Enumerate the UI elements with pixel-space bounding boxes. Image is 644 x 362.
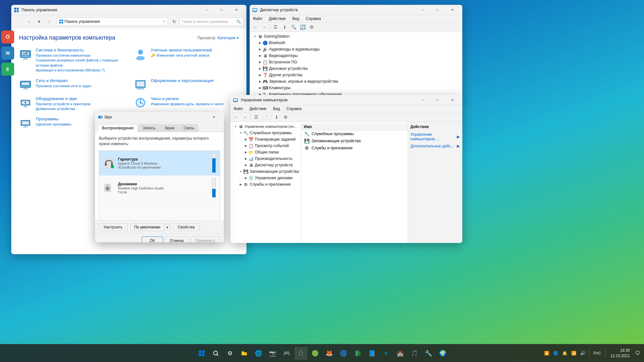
cp-item-clock-link1[interactable]: Изменение формата даты, времени и чисел [151,102,224,107]
tab-playback[interactable]: Воспроизведение [98,124,138,132]
cp-item-system-link3[interactable]: Архивация и восстановление (Windows 7) [36,68,124,73]
taskbar-app3[interactable]: 📘 [365,347,378,360]
taskbar-files[interactable] [238,347,251,360]
cp-item-users-title[interactable]: Учетные записи пользователей [151,48,212,52]
cm-tree-events-expand[interactable]: ▶ [243,143,248,148]
view-category[interactable]: Категория [217,36,235,40]
cm-item-services[interactable]: 🔧 Служебные программы [301,130,408,137]
cm-menu-view[interactable]: Вид [270,106,283,112]
device-item-speakers[interactable]: Динамики Realtek High Definition Audio Г… [99,176,220,200]
tree-root-expand[interactable]: ▾ [252,34,257,39]
cm-tree-svcapp[interactable]: ▶ ⚙ Службы и приложения [230,181,301,188]
sound-dialog-close[interactable]: ✕ [207,112,221,122]
taskbar-game[interactable]: 🎮 [280,347,293,360]
tree-keyboard[interactable]: ▶ ⌨ Клавиатуры [250,85,462,91]
clock[interactable]: 18:30 12.10.2021 [608,347,632,360]
cm-tree-diskmgmt-expand[interactable]: ▶ [243,175,248,181]
cm-tree-devmgr[interactable]: ▶ 🖥 Диспетчер устройств [230,162,301,168]
cp-item-hardware-title[interactable]: Оборудование и звук [36,96,91,101]
dm-menu-help[interactable]: Справка [303,16,324,22]
tree-audio-expand[interactable]: ▶ [257,47,263,52]
dm-menu-action[interactable]: Действие [266,16,289,22]
cm-export-btn[interactable]: 📄 [261,113,269,121]
recent-button[interactable]: ▾ [34,17,43,26]
cp-item-programs-title[interactable]: Программы [36,116,71,121]
default-button[interactable]: По умолчанию [130,223,164,231]
cancel-button[interactable]: Отмена [165,237,188,242]
cp-item-network-link1[interactable]: Просмотр состояния сети и задач [36,84,91,88]
cm-minimize-button[interactable]: ─ [415,95,430,105]
forward-button[interactable]: → [24,17,33,26]
taskbar-browser[interactable]: 🌐 [252,347,265,360]
cm-forward-btn[interactable]: → [241,113,249,121]
address-bar[interactable]: Панель управления ▾ [56,17,168,26]
start-button[interactable] [195,347,208,360]
cm-item-svcapp[interactable]: ⚙ Службы и приложения [301,144,408,152]
cm-tree-diskmgmt[interactable]: ▶ 💿 Управление дисками [230,175,301,181]
tree-video-expand[interactable]: ▶ [257,53,263,58]
cp-item-hardware-link1[interactable]: Просмотр устройств и принтеров [36,102,91,107]
cm-right-item-2[interactable]: Дополнительные дейс... ▶ [410,143,460,149]
cp-item-users-link1[interactable]: 🔑 Изменение типа учетной записи [151,53,212,58]
cm-menu-action[interactable]: Действие [246,106,270,112]
tray-language[interactable]: РУС [592,350,602,356]
left-app-2[interactable]: W [1,47,14,60]
cm-tree-folders[interactable]: ▶ 📁 Общие папки [230,149,301,155]
tray-bluetooth[interactable]: 🔵 [552,349,560,357]
apply-button[interactable]: Применить [190,237,220,242]
taskbar-app1[interactable]: 🌀 [337,347,350,360]
tree-disk-expand[interactable]: ▶ [257,66,263,71]
tree-other[interactable]: ▶ ❓ Другие устройства [250,72,462,78]
dm-close-button[interactable]: ✕ [445,5,460,15]
cm-tree-folders-expand[interactable]: ▶ [243,150,248,155]
cm-tree-events[interactable]: ▶ 📋 Просмотр событий [230,143,301,149]
cm-right-item-1[interactable]: Управление компьютером ... ▶ [410,132,460,142]
taskbar-telegram[interactable]: ✈ [380,347,392,360]
cm-tree-perf[interactable]: ▶ 📊 Производительность [230,155,301,162]
back-button[interactable]: ← [14,17,23,26]
taskbar-search[interactable] [209,347,222,360]
tab-sounds[interactable]: Звуки [160,124,178,132]
left-app-1[interactable]: O [1,31,14,43]
view-dropdown-icon[interactable]: ▾ [237,36,239,40]
cp-item-appearance[interactable]: Оформление и персонализация [134,78,239,91]
cm-menu-file[interactable]: Файл [230,106,246,112]
configure-button[interactable]: Настроить [99,223,128,231]
taskbar-firefox[interactable]: 🦊 [323,347,336,360]
cm-view-btn[interactable]: ☰ [252,113,260,121]
dm-scan-btn[interactable]: 🔄 [298,23,307,31]
minimize-button[interactable]: ─ [199,5,214,15]
tray-notification-btn[interactable]: 🗨 [634,349,641,357]
cm-tree-scheduler-expand[interactable]: ▶ [243,137,248,142]
cm-prop-btn[interactable]: ⚙ [281,113,290,121]
cp-item-hardware[interactable]: Оборудование и звук Просмотр устройств и… [19,96,124,112]
address-dropdown[interactable]: ▾ [163,19,165,23]
dm-forward-btn[interactable]: → [260,23,268,31]
taskbar-nvidia[interactable]: 🟢 [309,347,322,360]
tree-bluetooth-expand[interactable]: ▶ [257,40,263,45]
cp-item-network[interactable]: Сеть и Интернет Просмотр состояния сети … [19,78,124,91]
default-dropdown-arrow[interactable]: ▾ [164,224,170,231]
cm-tree-storage-expand[interactable]: ▾ [238,169,243,174]
search-bar[interactable]: Поиск в панели управления 🔍 [179,17,244,26]
cm-tree-svcapp-expand[interactable]: ▶ [238,182,243,187]
taskbar-camera[interactable]: 📷 [266,347,279,360]
tree-root[interactable]: ▾ 🖥 GamingStation [250,33,462,40]
taskbar-app2[interactable]: 🐉 [351,347,364,360]
cm-tree-perf-expand[interactable]: ▶ [243,156,248,161]
taskbar-settings[interactable]: ⚙ [224,347,236,360]
cm-tree-services-expand[interactable]: ▾ [238,130,243,135]
cp-item-system[interactable]: Система и безопасность Проверка состояни… [19,48,124,73]
cp-item-system-link2[interactable]: Сохранение резервных копий файлов с помо… [36,58,124,68]
cm-tree-root-expand[interactable]: ▾ [233,124,238,129]
cp-item-clock-title[interactable]: Часы и регион [151,96,224,101]
cp-item-system-link1[interactable]: Проверка состояния компьютера [36,53,124,58]
cp-item-appearance-title[interactable]: Оформление и персонализация [151,78,214,83]
left-app-3[interactable]: E [1,63,14,76]
cm-item-storage-mid[interactable]: 💾 Запоминающие устройства [301,137,408,144]
cm-info-btn[interactable]: ℹ [272,113,281,121]
taskbar-app4[interactable]: 🏰 [394,347,407,360]
device-item-headset[interactable]: Гарнитура HyperX Cloud II Wireless Устро… [99,151,220,176]
tree-sound[interactable]: ▶ 🎮 Звуковые, игровые и видеоустройства [250,78,462,85]
dm-info-btn[interactable]: ℹ [280,23,289,31]
